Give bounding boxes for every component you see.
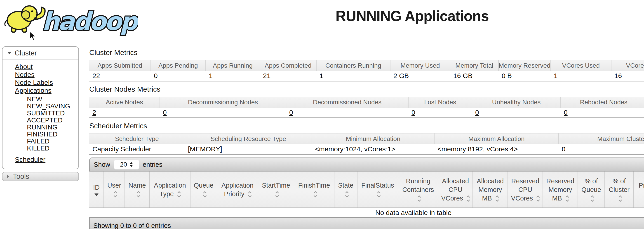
metric-col-memory-reserved: Memory Reserved [498,60,551,71]
metric-value-apps-submitted: 22 [89,71,151,81]
app-col-label: Allocated CPU VCores [441,177,469,202]
sidebar-item-node-labels[interactable]: Node Labels [15,79,53,86]
metric-link-decommissioning-nodes[interactable]: 0 [163,109,167,116]
app-col-reserved-memory-mb[interactable]: Reserved Memory MB [543,171,578,208]
sidebar-subitem-finished[interactable]: FINISHED [27,131,58,138]
metric-value-scheduling-resource-type: [MEMORY] [185,144,312,155]
table-empty-message: No data available in table [89,208,644,217]
applications-panel: Show 20 entries IDUser Name Application … [89,157,644,229]
app-col-allocated-memory-mb[interactable]: Allocated Memory MB [473,171,508,208]
sidebar-item-nodes[interactable]: Nodes [15,71,34,78]
metric-link-decommissioned-nodes[interactable]: 0 [289,109,293,116]
metric-value-apps-running: 1 [206,71,260,81]
list-item: SUBMITTED [27,110,78,117]
metric-value-apps-pending: 0 [151,71,206,81]
sidebar-subitem-new-saving[interactable]: NEW_SAVING [27,103,70,110]
metric-value-memory-total: 16 GB [450,71,498,81]
metric-col-vcores-total: VCores Total [611,60,644,71]
sort-both-icon [467,196,470,201]
sort-both-icon [346,192,348,197]
app-col-label: % of Queue [582,177,601,193]
sidebar: Cluster AboutNodesNode LabelsApplication… [2,46,79,181]
list-item: KILLED [27,145,78,152]
table-length-bar: Show 20 entries [89,157,644,171]
sort-both-icon [114,192,116,197]
sidebar-cluster-header[interactable]: Cluster [2,47,78,60]
metric-value-lost-nodes: 0 [408,108,472,118]
sort-both-icon [418,196,420,201]
metric-col-decommissioned-nodes: Decommissioned Nodes [286,97,408,108]
showing-entries-text: Showing 0 to 0 of 0 entries [93,222,171,229]
app-col-running-containers[interactable]: Running Containers [398,171,438,208]
sort-desc-icon [94,193,98,196]
app-col-user[interactable]: User [104,171,125,208]
show-label: Show [94,161,110,168]
applications-table: IDUser Name Application Type Queue Appli… [89,171,644,208]
sidebar-subitem-new[interactable]: NEW [27,96,42,103]
app-col-label: StartTime [262,182,290,189]
metric-link-unhealthy-nodes[interactable]: 0 [475,109,479,116]
scheduler-metrics-heading: Scheduler Metrics [89,122,644,130]
metric-value-memory-used: 2 GB [390,71,450,81]
sidebar-subitem-submitted[interactable]: SUBMITTED [27,110,65,117]
sidebar-item-applications[interactable]: Applications [15,87,52,94]
chevron-right-icon [7,175,9,178]
list-item: NEW [27,96,78,103]
sidebar-item-about[interactable]: About [15,63,32,70]
app-col-label: Name [128,182,146,189]
sidebar-bottom-links: Scheduler [15,155,78,163]
app-col-label: Progress [638,182,644,189]
list-item: RUNNING [27,124,78,131]
app-col-application-type[interactable]: Application Type [150,171,190,208]
sidebar-item-scheduler[interactable]: Scheduler [15,156,46,163]
page-size-select[interactable]: 20 [114,159,139,169]
scheduler-metrics-table: Scheduler TypeScheduling Resource TypeMi… [89,133,644,155]
metric-link-rebooted-nodes[interactable]: 0 [564,109,568,116]
app-col-finishtime[interactable]: FinishTime [294,171,334,208]
app-col-name[interactable]: Name [125,171,150,208]
app-col-finalstatus[interactable]: FinalStatus [357,171,398,208]
app-col-label: Allocated Memory MB [477,177,504,202]
metric-col-apps-submitted: Apps Submitted [89,60,151,71]
entries-label: entries [143,161,162,168]
app-col-label: FinalStatus [361,182,394,189]
list-item: Node Labels [15,79,78,86]
app-col-of-cluster[interactable]: % of Cluster [605,171,634,208]
sidebar-subitem-running[interactable]: RUNNING [27,124,58,131]
metric-value-containers-running: 1 [316,71,390,81]
app-col-of-queue[interactable]: % of Queue [578,171,605,208]
metric-value-decommissioning-nodes: 0 [160,108,286,118]
metric-col-memory-total: Memory Total [450,60,498,71]
app-col-progress[interactable]: Progress [634,171,644,208]
list-item: Applications [15,86,78,94]
sidebar-tools-header[interactable]: Tools [2,172,79,181]
sidebar-subitem-accepted[interactable]: ACCEPTED [27,117,62,124]
metric-value-maximum-allocation: <memory:8192, vCores:4> [434,144,558,155]
app-col-starttime[interactable]: StartTime [258,171,294,208]
sidebar-subitem-failed[interactable]: FAILED [27,138,50,145]
app-col-application-priority[interactable]: Application Priority [217,171,258,208]
list-item: About [15,63,78,71]
metric-value-vcores-total: 16 [611,71,644,81]
app-col-allocated-cpu-vcores[interactable]: Allocated CPU VCores [438,171,473,208]
list-item: Scheduler [15,155,78,163]
metric-link-lost-nodes[interactable]: 0 [412,109,415,116]
cluster-metrics-table: Apps SubmittedApps PendingApps RunningAp… [89,60,644,81]
app-col-state[interactable]: State [334,171,357,208]
select-stepper-icon [130,162,133,167]
cluster-nodes-metrics-heading: Cluster Nodes Metrics [89,85,644,93]
app-col-reserved-cpu-vcores[interactable]: Reserved CPU VCores [508,171,543,208]
app-col-queue[interactable]: Queue [190,171,217,208]
metric-link-active-nodes[interactable]: 2 [92,109,96,116]
sort-both-icon [496,196,498,201]
metric-col-containers-running: Containers Running [316,60,390,71]
sort-both-icon [178,192,180,197]
app-col-label: Reserved Memory MB [546,177,574,202]
sidebar-subitem-killed[interactable]: KILLED [27,145,50,152]
list-item: NEW_SAVING [27,103,78,110]
list-item: ACCEPTED [27,117,78,124]
sort-both-icon [248,192,251,197]
app-col-id[interactable]: ID [89,171,104,208]
metric-value-apps-completed: 21 [260,71,316,81]
metric-col-rebooted-nodes: Rebooted Nodes [560,97,644,108]
